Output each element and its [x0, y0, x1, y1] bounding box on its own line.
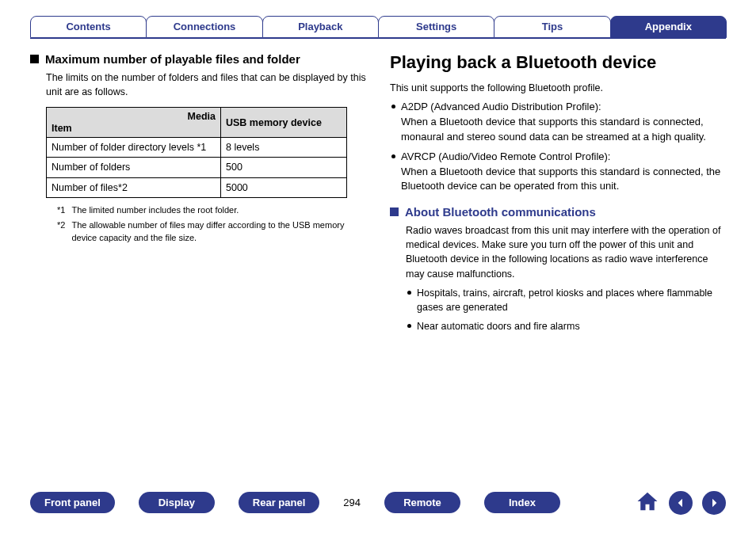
footnote-text: The limited number includes the root fol… [71, 204, 239, 217]
remote-button[interactable]: Remote [384, 492, 460, 513]
list-item: Near automatic doors and fire alarms [406, 319, 726, 333]
footnotes: *1 The limited number includes the root … [46, 204, 366, 245]
tab-tips[interactable]: Tips [494, 16, 610, 38]
list-item: AVRCP (Audio/Video Remote Control Profil… [390, 150, 726, 195]
right-column: Playing back a Bluetooth device This uni… [390, 52, 726, 338]
intro-text: The limits on the number of folders and … [46, 70, 366, 99]
footnote: *1 The limited number includes the root … [57, 204, 366, 217]
table-corner-cell: Media Item [47, 108, 221, 138]
front-panel-button[interactable]: Front panel [30, 492, 115, 513]
tab-appendix[interactable]: Appendix [610, 16, 727, 38]
row-item: Number of files*2 [47, 177, 221, 197]
sub-list: Hospitals, trains, aircraft, petrol kios… [406, 286, 726, 333]
heading-text: Maximum number of playable files and fol… [45, 52, 300, 66]
left-column: Maximum number of playable files and fol… [30, 52, 366, 338]
sub-heading-text: About Bluetooth communications [405, 205, 596, 219]
profile-name: AVRCP (Audio/Video Remote Control Profil… [401, 150, 610, 162]
footnote-text: The allowable number of files may differ… [71, 219, 366, 245]
intro-text: This unit supports the following Bluetoo… [390, 81, 726, 95]
square-bullet-icon [30, 55, 39, 63]
next-page-icon[interactable] [702, 491, 726, 515]
row-value: 8 levels [221, 138, 347, 158]
spec-table: Media Item USB memory device Number of f… [46, 107, 347, 197]
table-row: Number of files*2 5000 [47, 177, 347, 197]
top-tabs: Contents Connections Playback Settings T… [30, 16, 726, 38]
list-item: Hospitals, trains, aircraft, petrol kios… [406, 286, 726, 314]
square-bullet-icon [390, 207, 399, 216]
section-body: The limits on the number of folders and … [30, 70, 366, 244]
footer: Front panel Display Rear panel 294 Remot… [0, 489, 756, 516]
sub-heading: About Bluetooth communications [390, 205, 726, 219]
section-title-max-files: Maximum number of playable files and fol… [30, 52, 366, 66]
profile-desc: When a Bluetooth device that supports th… [401, 116, 706, 143]
col-header-usb: USB memory device [221, 108, 347, 138]
index-button[interactable]: Index [484, 492, 560, 513]
profile-desc: When a Bluetooth device that supports th… [401, 166, 720, 192]
tab-contents[interactable]: Contents [30, 16, 147, 38]
page-title: Playing back a Bluetooth device [390, 52, 726, 73]
display-button[interactable]: Display [139, 492, 215, 513]
nav-icons [636, 489, 726, 516]
page-number: 294 [343, 497, 361, 508]
tab-playback[interactable]: Playback [262, 16, 379, 38]
tab-settings[interactable]: Settings [378, 16, 494, 38]
home-icon[interactable] [636, 489, 659, 516]
row-value: 5000 [221, 177, 347, 197]
rear-panel-button[interactable]: Rear panel [239, 492, 319, 513]
row-value: 500 [221, 158, 347, 177]
footnote: *2 The allowable number of files may dif… [57, 219, 366, 245]
footnote-mark: *1 [57, 204, 65, 217]
profile-list: A2DP (Advanced Audio Distribution Profil… [390, 100, 726, 194]
sub-body: Radio waves broadcast from this unit may… [390, 223, 726, 333]
prev-page-icon[interactable] [669, 491, 693, 515]
media-label: Media [188, 109, 216, 124]
table-row: Number of folders 500 [47, 158, 347, 177]
sub-intro: Radio waves broadcast from this unit may… [406, 223, 726, 281]
profile-name: A2DP (Advanced Audio Distribution Profil… [401, 101, 601, 112]
item-label: Item [52, 121, 72, 135]
tab-connections[interactable]: Connections [146, 16, 262, 38]
row-item: Number of folder directory levels *1 [47, 138, 221, 158]
row-item: Number of folders [47, 158, 221, 177]
footnote-mark: *2 [57, 219, 65, 245]
table-row: Number of folder directory levels *1 8 l… [47, 138, 347, 158]
list-item: A2DP (Advanced Audio Distribution Profil… [390, 100, 726, 145]
